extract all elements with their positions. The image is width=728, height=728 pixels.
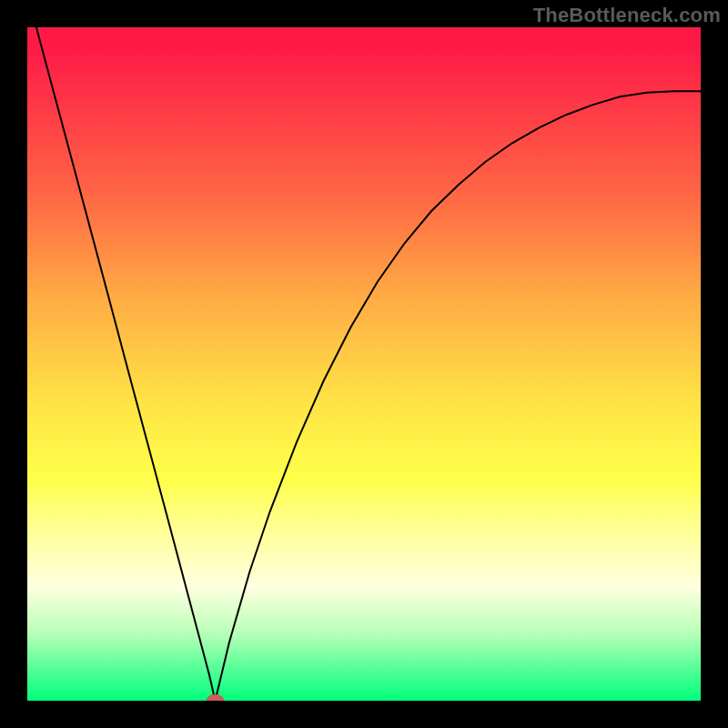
- chart-svg: [27, 27, 701, 701]
- min-marker: [207, 694, 225, 701]
- watermark: TheBottleneck.com: [533, 4, 721, 27]
- v-curve: [27, 27, 701, 701]
- gradient-plot-area: [27, 27, 701, 701]
